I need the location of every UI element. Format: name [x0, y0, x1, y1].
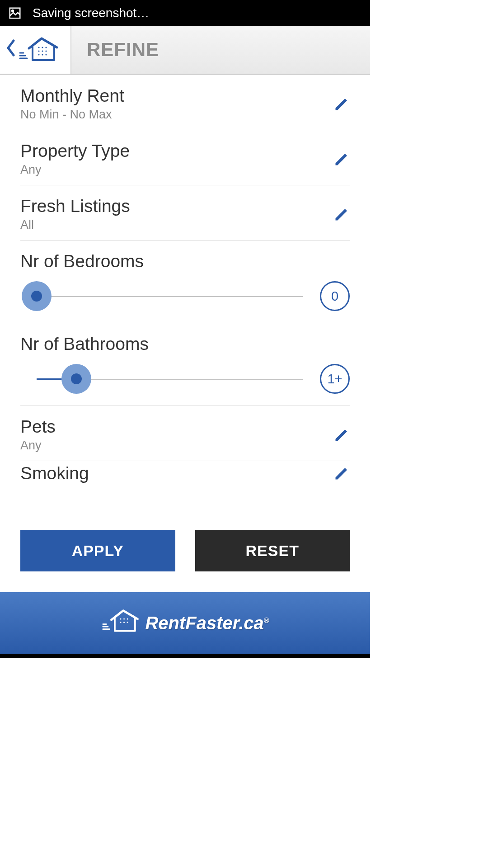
page-title: REFINE	[71, 39, 159, 61]
filter-label: Smoking	[20, 463, 333, 483]
svg-point-8	[38, 54, 39, 55]
svg-point-11	[120, 618, 122, 619]
filter-value: Any	[20, 163, 333, 177]
pencil-icon	[333, 151, 350, 167]
filter-label: Property Type	[20, 141, 333, 161]
svg-point-3	[42, 47, 43, 48]
filter-label: Fresh Listings	[20, 196, 333, 216]
filter-label: Pets	[20, 417, 333, 437]
bathrooms-slider[interactable]	[20, 364, 303, 394]
brand-footer: RentFaster.ca®	[0, 592, 370, 654]
svg-point-15	[123, 622, 125, 623]
pencil-icon	[333, 427, 350, 443]
svg-point-9	[42, 54, 43, 55]
reset-button[interactable]: RESET	[195, 530, 350, 571]
bedrooms-slider[interactable]	[20, 281, 303, 311]
app-logo-icon	[19, 36, 60, 64]
filter-value: Any	[20, 439, 333, 453]
chevron-left-icon	[5, 39, 16, 61]
svg-point-2	[38, 47, 39, 48]
filter-list: Monthly Rent No Min - No Max Property Ty…	[0, 75, 370, 521]
filter-value: All	[20, 218, 333, 232]
app-header: REFINE	[0, 26, 370, 75]
filter-monthly-rent[interactable]: Monthly Rent No Min - No Max	[20, 75, 350, 130]
android-nav-bar	[0, 654, 370, 658]
action-buttons: APPLY RESET	[0, 521, 370, 592]
bedrooms-badge: 0	[320, 281, 350, 311]
filter-smoking[interactable]: Smoking	[20, 461, 350, 483]
filter-label: Nr of Bedrooms	[20, 251, 350, 271]
filter-bedrooms: Nr of Bedrooms 0	[20, 241, 350, 323]
filter-label: Monthly Rent	[20, 86, 333, 106]
android-status-bar: Saving screenshot…	[0, 0, 370, 26]
filter-pets[interactable]: Pets Any	[20, 406, 350, 461]
svg-point-14	[120, 622, 122, 623]
filter-property-type[interactable]: Property Type Any	[20, 130, 350, 185]
status-text: Saving screenshot…	[33, 6, 149, 20]
pencil-icon	[333, 206, 350, 222]
svg-point-1	[12, 10, 14, 12]
apply-button[interactable]: APPLY	[20, 530, 175, 571]
brand-house-icon	[101, 608, 141, 638]
svg-point-13	[127, 618, 128, 619]
filter-bathrooms: Nr of Bathrooms 1+	[20, 323, 350, 406]
svg-point-5	[38, 50, 39, 52]
brand-logo: RentFaster.ca®	[101, 608, 269, 638]
bathrooms-badge: 1+	[320, 364, 350, 394]
filter-fresh-listings[interactable]: Fresh Listings All	[20, 185, 350, 241]
brand-text: RentFaster.ca®	[145, 613, 269, 633]
svg-point-16	[127, 622, 128, 623]
filter-value: No Min - No Max	[20, 108, 333, 122]
pencil-icon	[333, 465, 350, 481]
svg-point-10	[45, 54, 47, 55]
svg-point-7	[45, 50, 47, 52]
back-button[interactable]	[0, 26, 71, 74]
svg-point-4	[45, 47, 47, 48]
svg-point-12	[123, 618, 125, 619]
svg-point-6	[42, 50, 43, 52]
image-icon	[8, 6, 22, 20]
pencil-icon	[333, 96, 350, 112]
filter-label: Nr of Bathrooms	[20, 334, 350, 354]
